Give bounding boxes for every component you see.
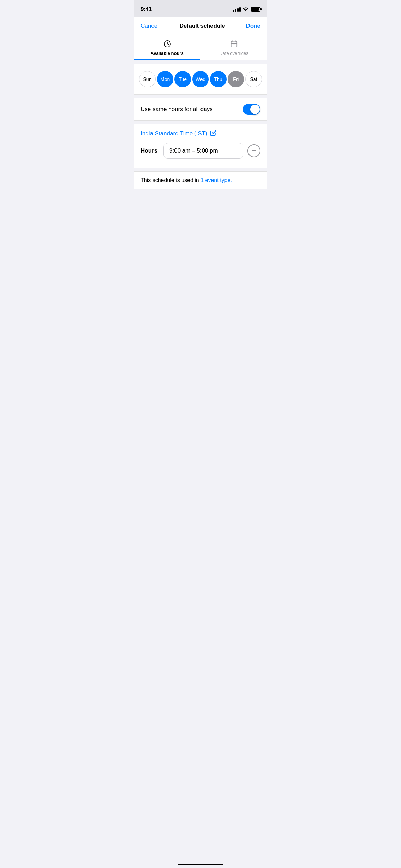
edit-timezone-icon[interactable] [210, 130, 216, 137]
hours-row: Hours 9:00 am – 5:00 pm + [141, 143, 260, 164]
tab-date-overrides-label: Date overrides [219, 51, 248, 56]
calendar-icon [230, 40, 238, 49]
hours-label: Hours [141, 147, 159, 154]
timezone-section: India Standard Time (IST) Hours 9:00 am … [134, 124, 267, 168]
day-thu[interactable]: Thu [210, 71, 227, 87]
day-wed[interactable]: Wed [192, 71, 209, 87]
day-sun[interactable]: Sun [139, 71, 156, 87]
hours-range-button[interactable]: 9:00 am – 5:00 pm [163, 143, 243, 159]
days-section: Sun Mon Tue Wed Thu Fri Sat [134, 64, 267, 95]
event-type-link[interactable]: 1 event type. [200, 177, 232, 183]
timezone-label: India Standard Time (IST) [141, 130, 207, 137]
info-prefix: This schedule is used in [141, 177, 200, 183]
status-time: 9:41 [141, 6, 152, 13]
signal-icon [233, 7, 241, 12]
info-section: This schedule is used in 1 event type. [134, 171, 267, 189]
day-sat[interactable]: Sat [245, 71, 262, 87]
tab-available-hours-label: Available hours [150, 51, 183, 56]
status-icons [233, 7, 260, 12]
toggle-knob [250, 105, 260, 114]
info-text: This schedule is used in 1 event type. [141, 177, 232, 183]
wifi-icon [243, 7, 249, 12]
day-fri[interactable]: Fri [228, 71, 244, 87]
page-title: Default schedule [180, 23, 225, 29]
status-bar: 9:41 [134, 0, 267, 17]
tab-available-hours[interactable]: Available hours [134, 35, 200, 60]
nav-bar: Cancel Default schedule Done [134, 17, 267, 35]
same-hours-toggle[interactable] [243, 104, 260, 115]
toggle-label: Use same hours for all days [141, 106, 213, 113]
day-mon[interactable]: Mon [157, 71, 173, 87]
day-tue[interactable]: Tue [174, 71, 191, 87]
battery-icon [251, 7, 260, 12]
days-row: Sun Mon Tue Wed Thu Fri Sat [139, 71, 262, 87]
cancel-button[interactable]: Cancel [141, 23, 159, 29]
toggle-row: Use same hours for all days [134, 98, 267, 121]
add-hours-button[interactable]: + [247, 144, 260, 157]
tab-date-overrides[interactable]: Date overrides [200, 35, 267, 60]
timezone-row: India Standard Time (IST) [141, 130, 260, 137]
done-button[interactable]: Done [246, 23, 260, 29]
clock-icon [163, 40, 171, 49]
tabs-container: Available hours Date overrides [134, 35, 267, 60]
